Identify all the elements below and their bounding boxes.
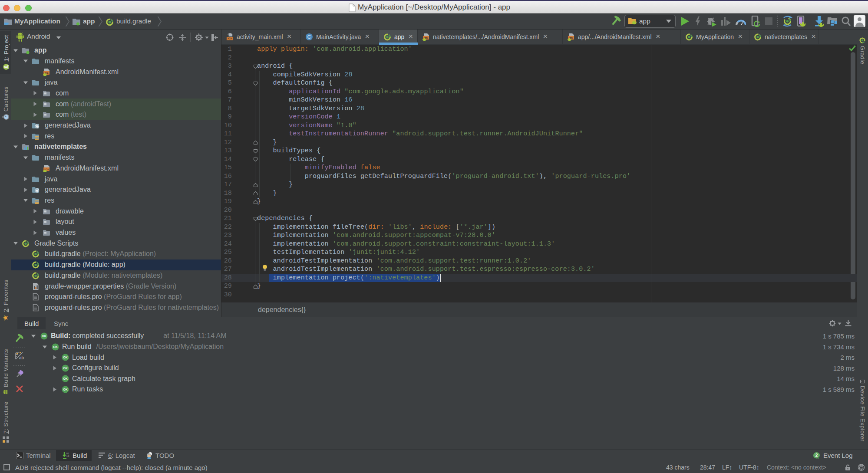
svg-text:C: C — [307, 34, 311, 39]
svg-text:OK: OK — [63, 356, 68, 359]
svg-text:10: 10 — [66, 455, 70, 458]
svg-text:<>: <> — [228, 36, 232, 40]
svg-text:OK: OK — [53, 345, 58, 348]
svg-text:2: 2 — [815, 453, 818, 458]
svg-text:OK: OK — [63, 367, 68, 370]
svg-text:OK: OK — [42, 335, 46, 338]
svg-text:OK: OK — [63, 377, 68, 380]
svg-text:ab: ab — [19, 355, 24, 360]
svg-text:OK: OK — [63, 388, 68, 391]
